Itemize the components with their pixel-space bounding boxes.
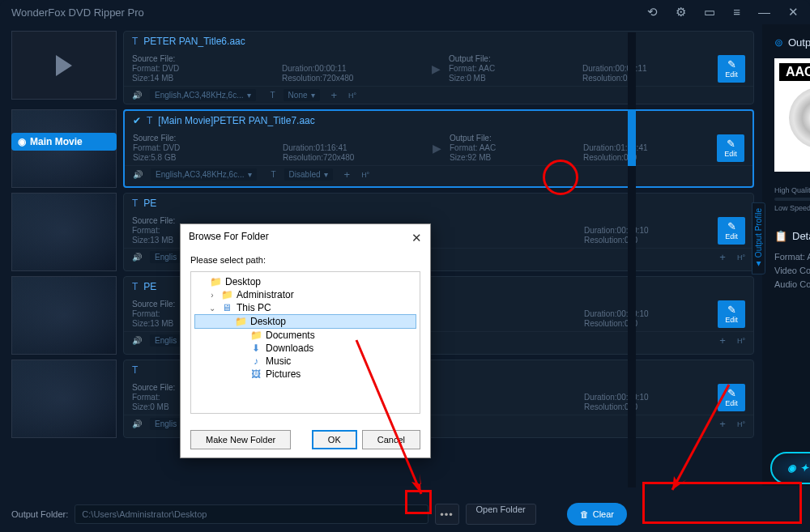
browse-folder-dialog: Browse For Folder✕ Please select path: 📁… <box>180 223 431 458</box>
bottom-bar: Output Folder: C:\Users\Administrator\De… <box>11 503 627 526</box>
expand-icon[interactable]: › <box>207 291 217 300</box>
dialog-title: Browse For Folder <box>189 231 269 245</box>
high-quality-label: High Quality <box>774 186 810 194</box>
output-file-label: Output File: <box>449 54 574 63</box>
download-icon: ⬇ <box>249 343 262 354</box>
cancel-button[interactable]: Cancel <box>362 430 420 449</box>
output-format-heading: ⊚Output Format: <box>774 36 810 49</box>
clear-button[interactable]: 🗑Clear <box>567 503 627 526</box>
disc-icon <box>789 87 811 148</box>
text-icon: T <box>147 115 152 126</box>
edit-button[interactable]: ✎Edit <box>717 134 744 162</box>
make-new-folder-button[interactable]: Make New Folder <box>190 430 291 449</box>
tree-row[interactable]: ⌄🖥This PC <box>194 301 416 314</box>
messages-icon[interactable]: ▭ <box>704 5 715 19</box>
audio-track[interactable]: English,AC3,48KHz,6c... ▾ <box>150 89 256 101</box>
item-name: [Main Movie]PETER PAN_Title7.aac <box>158 115 314 126</box>
scrollbar-thumb[interactable] <box>628 109 636 166</box>
edit-button[interactable]: ✎Edit <box>718 384 745 411</box>
pc-icon: 🖥 <box>220 302 233 313</box>
target-icon: ◉ <box>18 136 26 147</box>
arrow-icon: ▶ <box>432 62 441 75</box>
edit-icon: ✎ <box>727 58 736 70</box>
tree-row[interactable]: 🖼Pictures <box>194 368 416 381</box>
thumbnail[interactable] <box>11 276 117 355</box>
close-icon[interactable]: ✕ <box>788 5 799 19</box>
list-item[interactable]: TPETER PAN_Title6.aac Source File:Format… <box>123 31 754 104</box>
format-badge: AAC <box>779 63 810 81</box>
thumbnail[interactable] <box>11 193 117 271</box>
tree-row[interactable]: 📁Desktop <box>194 275 416 288</box>
pictures-icon: 🖼 <box>249 368 262 380</box>
list-item[interactable]: ✔T[Main Movie]PETER PAN_Title7.aac Sourc… <box>123 109 754 188</box>
dialog-message: Please select path: <box>190 255 420 265</box>
browse-button[interactable]: ••• <box>435 504 459 525</box>
item-name: PETER PAN_Title6.aac <box>143 36 245 47</box>
music-icon: ♪ <box>249 355 262 367</box>
detail-vcodec: Video Codec: <box>774 266 810 275</box>
folder-icon: 📁 <box>234 316 247 327</box>
tree-row[interactable]: ♪Music <box>194 355 416 368</box>
ok-button[interactable]: OK <box>312 430 357 449</box>
subtitle-track[interactable]: Disabled ▾ <box>284 168 333 181</box>
source-file-label: Source File: <box>132 54 274 63</box>
check-icon[interactable]: ✔ <box>133 115 141 126</box>
minimize-icon[interactable]: — <box>758 5 770 19</box>
text-icon: T <box>132 198 138 209</box>
audio-icon: 🔊 <box>132 91 142 100</box>
audio-icon: 🔊 <box>133 170 143 179</box>
tree-row-selected[interactable]: 📁Desktop <box>194 314 416 329</box>
reel-icon: ✦ <box>800 462 810 474</box>
details-heading: 📋Details: <box>774 230 810 242</box>
info-icon: 📋 <box>774 230 787 242</box>
folder-icon: 📁 <box>220 289 233 300</box>
run-button[interactable]: ◉✦ RUN <box>770 452 810 484</box>
disc-small-icon: ◉ <box>787 462 797 474</box>
quality-slider[interactable] <box>774 198 810 201</box>
main-movie-badge: ◉Main Movie <box>11 133 117 151</box>
low-speed-label: Low Speed <box>774 204 810 212</box>
folder-icon: 📁 <box>249 330 262 341</box>
edit-button[interactable]: ✎Edit <box>718 300 745 328</box>
tree-row[interactable]: ›📁Administrator <box>194 288 416 301</box>
text-icon: T <box>132 36 138 47</box>
audio-track[interactable]: English,AC3,48KHz,6c... ▾ <box>151 168 257 181</box>
edit-icon: ✎ <box>727 138 735 150</box>
detail-acodec: Audio Codec: AAC <box>774 279 810 289</box>
output-profile-tab[interactable]: ▲ Output Profile <box>752 202 765 275</box>
titlebar: WonderFox DVD Ripper Pro ⟲ ⚙ ▭ ≡ — ✕ <box>0 0 810 24</box>
folder-icon: 📁 <box>209 276 222 287</box>
target-icon: ⊚ <box>774 36 783 49</box>
dialog-close-icon[interactable]: ✕ <box>411 231 422 245</box>
detail-format: Format: AAC <box>774 252 810 262</box>
thumbnail[interactable] <box>11 360 117 438</box>
folder-tree[interactable]: 📁Desktop ›📁Administrator ⌄🖥This PC 📁Desk… <box>190 271 420 414</box>
right-panel: ⊚Output Format: AAC ♪ ▲ Output Profile H… <box>762 24 810 486</box>
edit-button[interactable]: ✎Edit <box>718 55 745 83</box>
format-card[interactable]: AAC ♪ <box>774 58 810 172</box>
preview-box[interactable] <box>11 31 117 100</box>
annotation-box <box>642 482 802 524</box>
output-path-input[interactable]: C:\Users\Administrator\Desktop <box>75 504 428 524</box>
open-folder-button[interactable]: Open Folder <box>466 504 536 525</box>
list-icon[interactable]: ≡ <box>733 5 740 19</box>
app-title: WonderFox DVD Ripper Pro <box>11 6 647 19</box>
tree-row[interactable]: 📁Documents <box>194 329 416 342</box>
add-icon[interactable]: + <box>344 168 351 181</box>
tree-row[interactable]: ⬇Downloads <box>194 342 416 355</box>
add-icon[interactable]: + <box>331 89 338 101</box>
subtitle-track[interactable]: None ▾ <box>284 89 320 101</box>
trash-icon: 🗑 <box>580 509 589 519</box>
collapse-icon[interactable]: ⌄ <box>207 304 217 313</box>
arrow-icon: ▶ <box>433 142 441 155</box>
scrollbar[interactable] <box>628 32 636 487</box>
edit-button[interactable]: ✎Edit <box>718 217 745 245</box>
refresh-icon[interactable]: ⟲ <box>647 5 658 19</box>
gear-icon[interactable]: ⚙ <box>676 5 686 19</box>
play-icon <box>56 55 72 76</box>
output-folder-label: Output Folder: <box>11 509 68 519</box>
